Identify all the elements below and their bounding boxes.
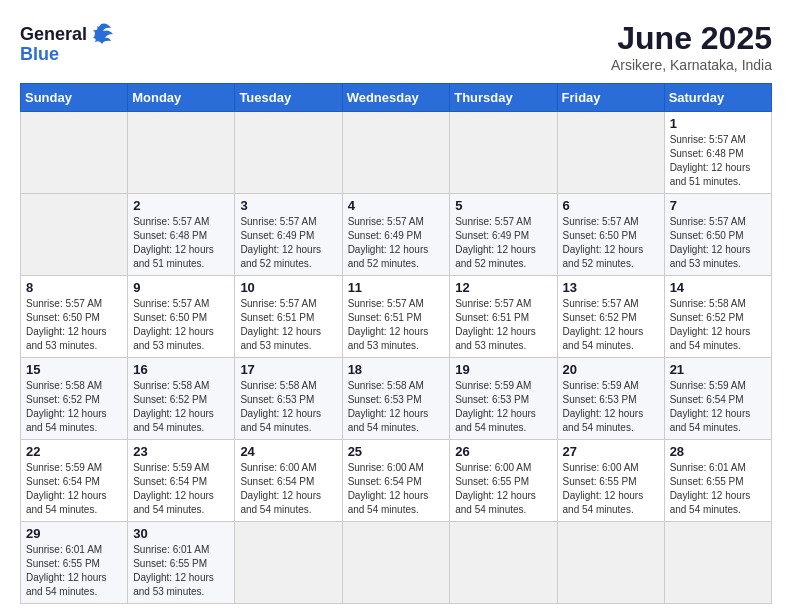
calendar-cell (557, 112, 664, 194)
calendar-cell (450, 522, 557, 604)
day-info: Sunrise: 6:00 AMSunset: 6:55 PMDaylight:… (563, 461, 659, 517)
day-header-monday: Monday (128, 84, 235, 112)
calendar-week-row: 8Sunrise: 5:57 AMSunset: 6:50 PMDaylight… (21, 276, 772, 358)
calendar-header-row: SundayMondayTuesdayWednesdayThursdayFrid… (21, 84, 772, 112)
calendar-cell: 22Sunrise: 5:59 AMSunset: 6:54 PMDayligh… (21, 440, 128, 522)
day-number: 14 (670, 280, 766, 295)
day-number: 4 (348, 198, 445, 213)
day-number: 21 (670, 362, 766, 377)
day-info: Sunrise: 5:59 AMSunset: 6:54 PMDaylight:… (670, 379, 766, 435)
day-info: Sunrise: 5:57 AMSunset: 6:52 PMDaylight:… (563, 297, 659, 353)
day-number: 24 (240, 444, 336, 459)
day-info: Sunrise: 5:57 AMSunset: 6:49 PMDaylight:… (240, 215, 336, 271)
calendar-cell: 5Sunrise: 5:57 AMSunset: 6:49 PMDaylight… (450, 194, 557, 276)
day-number: 17 (240, 362, 336, 377)
day-number: 2 (133, 198, 229, 213)
day-number: 20 (563, 362, 659, 377)
calendar-cell: 10Sunrise: 5:57 AMSunset: 6:51 PMDayligh… (235, 276, 342, 358)
calendar-cell (21, 112, 128, 194)
calendar-week-row: 2Sunrise: 5:57 AMSunset: 6:48 PMDaylight… (21, 194, 772, 276)
day-info: Sunrise: 5:57 AMSunset: 6:51 PMDaylight:… (348, 297, 445, 353)
calendar-cell: 12Sunrise: 5:57 AMSunset: 6:51 PMDayligh… (450, 276, 557, 358)
day-number: 15 (26, 362, 122, 377)
day-info: Sunrise: 5:57 AMSunset: 6:51 PMDaylight:… (240, 297, 336, 353)
day-info: Sunrise: 5:57 AMSunset: 6:50 PMDaylight:… (26, 297, 122, 353)
day-number: 25 (348, 444, 445, 459)
day-number: 8 (26, 280, 122, 295)
day-number: 19 (455, 362, 551, 377)
day-number: 18 (348, 362, 445, 377)
calendar-cell: 3Sunrise: 5:57 AMSunset: 6:49 PMDaylight… (235, 194, 342, 276)
calendar-cell: 24Sunrise: 6:00 AMSunset: 6:54 PMDayligh… (235, 440, 342, 522)
day-number: 1 (670, 116, 766, 131)
day-info: Sunrise: 5:57 AMSunset: 6:48 PMDaylight:… (133, 215, 229, 271)
day-info: Sunrise: 5:59 AMSunset: 6:54 PMDaylight:… (26, 461, 122, 517)
calendar-cell: 4Sunrise: 5:57 AMSunset: 6:49 PMDaylight… (342, 194, 450, 276)
day-number: 16 (133, 362, 229, 377)
calendar-cell: 21Sunrise: 5:59 AMSunset: 6:54 PMDayligh… (664, 358, 771, 440)
calendar-cell: 18Sunrise: 5:58 AMSunset: 6:53 PMDayligh… (342, 358, 450, 440)
day-info: Sunrise: 6:01 AMSunset: 6:55 PMDaylight:… (133, 543, 229, 599)
logo: General Blue (20, 20, 115, 65)
logo-text-general: General (20, 24, 87, 45)
day-info: Sunrise: 6:00 AMSunset: 6:54 PMDaylight:… (348, 461, 445, 517)
calendar-cell (342, 112, 450, 194)
calendar-cell: 8Sunrise: 5:57 AMSunset: 6:50 PMDaylight… (21, 276, 128, 358)
calendar-cell: 14Sunrise: 5:58 AMSunset: 6:52 PMDayligh… (664, 276, 771, 358)
day-number: 5 (455, 198, 551, 213)
day-info: Sunrise: 5:58 AMSunset: 6:53 PMDaylight:… (348, 379, 445, 435)
day-header-saturday: Saturday (664, 84, 771, 112)
day-info: Sunrise: 5:57 AMSunset: 6:51 PMDaylight:… (455, 297, 551, 353)
day-number: 3 (240, 198, 336, 213)
calendar-cell (342, 522, 450, 604)
day-info: Sunrise: 5:59 AMSunset: 6:53 PMDaylight:… (455, 379, 551, 435)
calendar-cell: 20Sunrise: 5:59 AMSunset: 6:53 PMDayligh… (557, 358, 664, 440)
day-number: 30 (133, 526, 229, 541)
calendar-cell: 17Sunrise: 5:58 AMSunset: 6:53 PMDayligh… (235, 358, 342, 440)
calendar-table: SundayMondayTuesdayWednesdayThursdayFrid… (20, 83, 772, 604)
calendar-cell (235, 112, 342, 194)
calendar-cell: 23Sunrise: 5:59 AMSunset: 6:54 PMDayligh… (128, 440, 235, 522)
calendar-cell: 28Sunrise: 6:01 AMSunset: 6:55 PMDayligh… (664, 440, 771, 522)
day-info: Sunrise: 5:57 AMSunset: 6:50 PMDaylight:… (670, 215, 766, 271)
day-info: Sunrise: 5:57 AMSunset: 6:49 PMDaylight:… (455, 215, 551, 271)
page-header: General Blue June 2025 Arsikere, Karnata… (20, 20, 772, 73)
calendar-cell (450, 112, 557, 194)
title-area: June 2025 Arsikere, Karnataka, India (611, 20, 772, 73)
month-title: June 2025 (611, 20, 772, 57)
day-info: Sunrise: 5:58 AMSunset: 6:52 PMDaylight:… (26, 379, 122, 435)
day-info: Sunrise: 5:59 AMSunset: 6:54 PMDaylight:… (133, 461, 229, 517)
day-info: Sunrise: 5:57 AMSunset: 6:48 PMDaylight:… (670, 133, 766, 189)
calendar-week-row: 15Sunrise: 5:58 AMSunset: 6:52 PMDayligh… (21, 358, 772, 440)
day-info: Sunrise: 5:59 AMSunset: 6:53 PMDaylight:… (563, 379, 659, 435)
day-number: 13 (563, 280, 659, 295)
day-number: 22 (26, 444, 122, 459)
calendar-week-row: 22Sunrise: 5:59 AMSunset: 6:54 PMDayligh… (21, 440, 772, 522)
calendar-cell (664, 522, 771, 604)
day-number: 7 (670, 198, 766, 213)
calendar-cell: 16Sunrise: 5:58 AMSunset: 6:52 PMDayligh… (128, 358, 235, 440)
day-info: Sunrise: 5:57 AMSunset: 6:49 PMDaylight:… (348, 215, 445, 271)
day-info: Sunrise: 6:01 AMSunset: 6:55 PMDaylight:… (670, 461, 766, 517)
day-number: 12 (455, 280, 551, 295)
calendar-cell: 19Sunrise: 5:59 AMSunset: 6:53 PMDayligh… (450, 358, 557, 440)
calendar-cell: 29Sunrise: 6:01 AMSunset: 6:55 PMDayligh… (21, 522, 128, 604)
day-info: Sunrise: 5:58 AMSunset: 6:52 PMDaylight:… (670, 297, 766, 353)
logo-text-blue: Blue (20, 44, 59, 65)
day-info: Sunrise: 5:58 AMSunset: 6:53 PMDaylight:… (240, 379, 336, 435)
day-info: Sunrise: 5:58 AMSunset: 6:52 PMDaylight:… (133, 379, 229, 435)
day-number: 28 (670, 444, 766, 459)
calendar-cell: 7Sunrise: 5:57 AMSunset: 6:50 PMDaylight… (664, 194, 771, 276)
calendar-cell: 15Sunrise: 5:58 AMSunset: 6:52 PMDayligh… (21, 358, 128, 440)
calendar-cell (21, 194, 128, 276)
calendar-cell: 1Sunrise: 5:57 AMSunset: 6:48 PMDaylight… (664, 112, 771, 194)
calendar-cell: 27Sunrise: 6:00 AMSunset: 6:55 PMDayligh… (557, 440, 664, 522)
calendar-cell: 26Sunrise: 6:00 AMSunset: 6:55 PMDayligh… (450, 440, 557, 522)
calendar-cell (557, 522, 664, 604)
day-header-friday: Friday (557, 84, 664, 112)
day-info: Sunrise: 6:01 AMSunset: 6:55 PMDaylight:… (26, 543, 122, 599)
day-info: Sunrise: 6:00 AMSunset: 6:54 PMDaylight:… (240, 461, 336, 517)
day-header-sunday: Sunday (21, 84, 128, 112)
day-number: 11 (348, 280, 445, 295)
calendar-cell: 30Sunrise: 6:01 AMSunset: 6:55 PMDayligh… (128, 522, 235, 604)
